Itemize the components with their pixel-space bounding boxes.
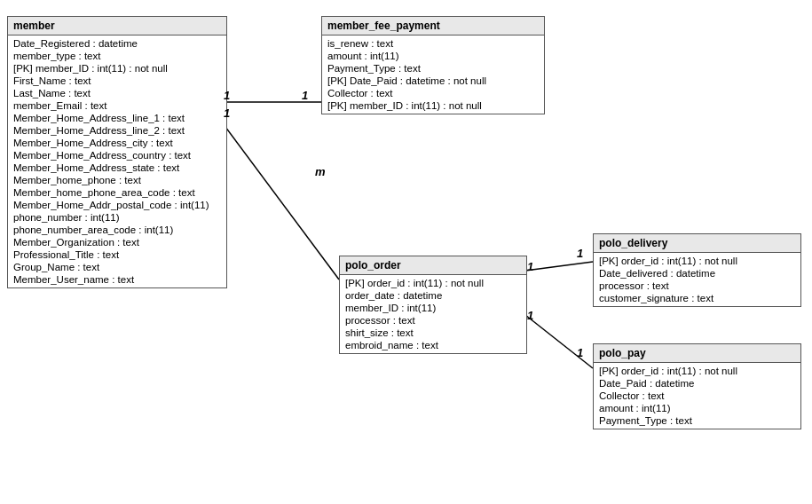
field-row: [PK] order_id : int(11) : not null xyxy=(599,365,795,377)
field-row: member_Email : text xyxy=(13,99,221,112)
field-row: [PK] Date_Paid : datetime : not null xyxy=(327,75,539,87)
field-row: Collector : text xyxy=(327,87,539,99)
table-polo-order-header: polo_order xyxy=(340,256,526,275)
field-row: First_Name : text xyxy=(13,75,221,87)
table-member-fee-payment: member_fee_payment is_renew : text amoun… xyxy=(321,16,545,114)
table-polo-order-body: [PK] order_id : int(11) : not null order… xyxy=(340,275,526,353)
field-row: member_ID : int(11) xyxy=(345,302,521,314)
field-row: [PK] member_ID : int(11) : not null xyxy=(13,62,221,75)
rel-label-1b: 1 xyxy=(302,89,308,102)
table-member-header: member xyxy=(8,17,226,35)
table-polo-order: polo_order [PK] order_id : int(11) : not… xyxy=(339,256,527,354)
field-row: Member_Home_Address_line_1 : text xyxy=(13,112,221,124)
field-row: Member_Home_Address_country : text xyxy=(13,149,221,161)
field-row: Member_Home_Address_city : text xyxy=(13,137,221,149)
field-row: member_type : text xyxy=(13,50,221,62)
field-row: embroid_name : text xyxy=(345,339,521,351)
field-row: Member_Home_Address_line_2 : text xyxy=(13,124,221,137)
rel-label-1f: 1 xyxy=(527,309,533,322)
table-member-fee-payment-body: is_renew : text amount : int(11) Payment… xyxy=(322,35,544,114)
svg-line-2 xyxy=(525,262,593,271)
field-row: Last_Name : text xyxy=(13,87,221,99)
field-row: Member_Home_Addr_postal_code : int(11) xyxy=(13,199,221,211)
rel-label-1c: 1 xyxy=(224,106,230,120)
field-row: Payment_Type : text xyxy=(599,414,795,427)
rel-label-1d: 1 xyxy=(527,260,533,273)
field-row: Professional_Title : text xyxy=(13,248,221,261)
rel-label-1a: 1 xyxy=(224,89,230,102)
rel-label-1e: 1 xyxy=(577,247,583,260)
field-row: Group_Name : text xyxy=(13,261,221,273)
table-polo-delivery: polo_delivery [PK] order_id : int(11) : … xyxy=(593,233,801,307)
field-row: [PK] order_id : int(11) : not null xyxy=(345,277,521,289)
field-row: Payment_Type : text xyxy=(327,62,539,75)
svg-line-1 xyxy=(220,120,339,280)
field-row: shirt_size : text xyxy=(345,327,521,339)
field-row: [PK] order_id : int(11) : not null xyxy=(599,255,795,267)
table-member-fee-payment-header: member_fee_payment xyxy=(322,17,544,35)
table-polo-delivery-body: [PK] order_id : int(11) : not null Date_… xyxy=(594,253,800,306)
table-polo-delivery-header: polo_delivery xyxy=(594,234,800,253)
field-row: Collector : text xyxy=(599,390,795,402)
svg-line-3 xyxy=(525,315,593,368)
field-row: Date_Registered : datetime xyxy=(13,37,221,50)
field-row: order_date : datetime xyxy=(345,289,521,302)
field-row: Member_home_phone : text xyxy=(13,174,221,186)
field-row: [PK] member_ID : int(11) : not null xyxy=(327,99,539,112)
rel-label-m: m xyxy=(315,165,326,178)
field-row: Date_Paid : datetime xyxy=(599,377,795,390)
table-polo-pay-header: polo_pay xyxy=(594,344,800,363)
field-row: Member_Organization : text xyxy=(13,236,221,248)
field-row: Member_home_phone_area_code : text xyxy=(13,186,221,199)
field-row: Member_User_name : text xyxy=(13,273,221,286)
field-row: processor : text xyxy=(345,314,521,327)
rel-label-1g: 1 xyxy=(577,346,583,359)
table-polo-pay-body: [PK] order_id : int(11) : not null Date_… xyxy=(594,363,800,429)
diagram-container: member Date_Registered : datetime member… xyxy=(0,0,812,504)
field-row: amount : int(11) xyxy=(599,402,795,414)
field-row: amount : int(11) xyxy=(327,50,539,62)
field-row: phone_number : int(11) xyxy=(13,211,221,224)
table-member: member Date_Registered : datetime member… xyxy=(7,16,227,288)
field-row: processor : text xyxy=(599,280,795,292)
field-row: phone_number_area_code : int(11) xyxy=(13,224,221,236)
table-member-body: Date_Registered : datetime member_type :… xyxy=(8,35,226,287)
field-row: Member_Home_Address_state : text xyxy=(13,161,221,174)
field-row: customer_signature : text xyxy=(599,292,795,304)
table-polo-pay: polo_pay [PK] order_id : int(11) : not n… xyxy=(593,343,801,429)
field-row: is_renew : text xyxy=(327,37,539,50)
field-row: Date_delivered : datetime xyxy=(599,267,795,280)
